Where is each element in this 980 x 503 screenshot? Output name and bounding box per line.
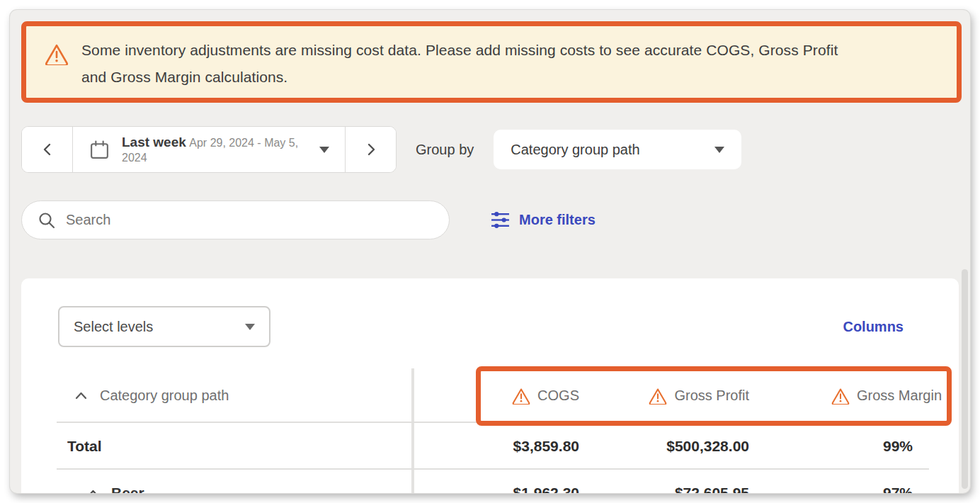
- beer-row-label: Beer: [111, 485, 144, 493]
- select-levels-dropdown[interactable]: Select levels: [58, 306, 270, 347]
- beer-gross-margin-value: 97%: [749, 485, 959, 493]
- select-levels-value: Select levels: [74, 319, 153, 335]
- collapse-chevron-icon[interactable]: [74, 391, 88, 400]
- report-window: Some inventory adjustments are missing c…: [10, 10, 970, 493]
- caret-down-icon: [319, 147, 329, 153]
- more-filters-label: More filters: [519, 212, 596, 228]
- missing-cost-warning-banner: Some inventory adjustments are missing c…: [21, 21, 962, 103]
- table-controls: Select levels Columns: [21, 306, 959, 347]
- warning-triangle-icon: [512, 388, 530, 405]
- filter-sliders-icon: [491, 210, 510, 230]
- caret-down-icon: [245, 324, 255, 330]
- warning-triangle-icon: [649, 388, 667, 405]
- date-range-picker[interactable]: Last week Apr 29, 2024 - May 5, 2024: [73, 127, 345, 172]
- group-column-header-label: Category group path: [100, 388, 229, 404]
- group-by-selected-value: Category group path: [511, 142, 639, 158]
- search-icon: [38, 211, 56, 230]
- report-table-card: Select levels Columns Category group pat…: [21, 278, 959, 493]
- search-input[interactable]: [66, 212, 433, 228]
- collapse-chevron-icon[interactable]: [86, 489, 100, 494]
- more-filters-button[interactable]: More filters: [491, 210, 596, 230]
- columns-button[interactable]: Columns: [843, 319, 904, 335]
- gross-profit-column-header[interactable]: Gross Profit: [579, 388, 749, 405]
- gross-margin-column-header[interactable]: Gross Margin: [749, 388, 959, 405]
- gross-profit-header-label: Gross Profit: [674, 388, 749, 404]
- group-by-label: Group by: [416, 142, 474, 158]
- search-box: [21, 200, 450, 239]
- total-cogs-value: $3,859.80: [413, 438, 579, 455]
- total-row-label: Total: [21, 438, 413, 455]
- date-navigation: Last week Apr 29, 2024 - May 5, 2024: [21, 126, 397, 173]
- group-column-header[interactable]: Category group path: [21, 388, 413, 404]
- total-gross-margin-value: 99%: [749, 438, 959, 455]
- previous-period-button[interactable]: [22, 127, 73, 172]
- table-row-total: Total $3,859.80 $500,328.00 99%: [21, 423, 959, 470]
- scrollbar-thumb[interactable]: [962, 269, 968, 489]
- table-row-beer: Beer $1,962.30 $72,605.95 97%: [21, 470, 959, 493]
- cogs-header-label: COGS: [537, 388, 579, 404]
- cogs-column-header[interactable]: COGS: [413, 388, 579, 405]
- toolbar-row-secondary: More filters: [21, 200, 962, 239]
- caret-down-icon: [714, 147, 724, 153]
- warning-triangle-icon: [831, 388, 850, 405]
- beer-cogs-value: $1,962.30: [413, 485, 579, 493]
- calendar-icon: [89, 139, 110, 161]
- group-by-dropdown[interactable]: Category group path: [494, 130, 741, 169]
- date-preset-label: Last week: [122, 135, 186, 149]
- chevron-right-icon: [363, 142, 379, 157]
- warning-triangle-icon: [45, 43, 69, 65]
- total-gross-profit-value: $500,328.00: [579, 438, 749, 455]
- toolbar-row-primary: Last week Apr 29, 2024 - May 5, 2024 Gro…: [21, 126, 962, 173]
- gross-margin-header-label: Gross Margin: [857, 388, 942, 404]
- table-header-row: Category group path COGS: [21, 368, 959, 423]
- chevron-left-icon: [40, 142, 55, 157]
- banner-message: Some inventory adjustments are missing c…: [81, 37, 838, 91]
- beer-gross-profit-value: $72,605.95: [579, 485, 749, 493]
- next-period-button[interactable]: [345, 127, 396, 172]
- date-range-text: Last week Apr 29, 2024 - May 5, 2024: [122, 134, 319, 165]
